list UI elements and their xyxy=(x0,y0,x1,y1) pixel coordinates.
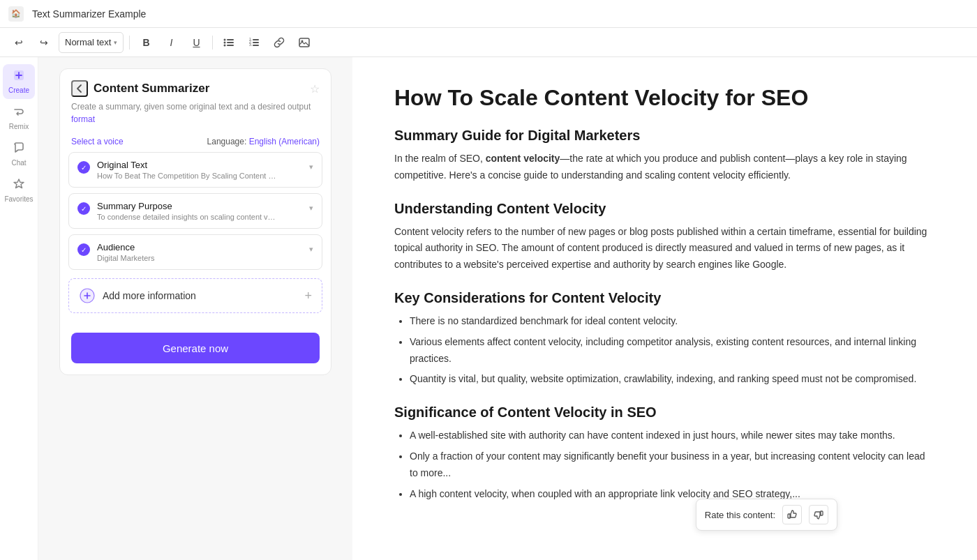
field-summary-purpose[interactable]: ✓ Summary Purpose To condense detailed i… xyxy=(68,193,322,229)
create-label: Create xyxy=(8,86,29,94)
rate-label: Rate this content: xyxy=(705,510,775,520)
sidebar-item-remix[interactable]: Remix xyxy=(3,100,35,135)
svg-rect-9 xyxy=(253,42,259,43)
thumbs-up-button[interactable] xyxy=(782,505,802,524)
numbered-list-button[interactable]: 1.2.3. xyxy=(244,32,264,53)
content-h2-significance: Significance of Content Velocity in SEO xyxy=(394,404,935,421)
panel-area: Content Summarizer ☆ Create a summary, g… xyxy=(38,57,352,560)
content-area: How To Scale Content Velocity for SEO Su… xyxy=(352,57,977,560)
key-bullet-1: There is no standardized benchmark for i… xyxy=(410,313,935,330)
svg-rect-5 xyxy=(227,45,234,46)
rate-tooltip: Rate this content: xyxy=(696,499,837,531)
svg-rect-1 xyxy=(227,39,234,40)
key-bullets: There is no standardized benchmark for i… xyxy=(394,313,935,388)
significance-bullet-1: A well-established site with authority c… xyxy=(410,427,935,444)
select-voice-button[interactable]: Select a voice xyxy=(71,137,124,146)
top-bar: 🏠 Text Summarizer Example xyxy=(0,0,977,28)
svg-rect-7 xyxy=(253,39,259,40)
content-h2-summary: Summary Guide for Digital Marketers xyxy=(394,128,935,144)
toolbar: ↩ ↪ Normal text ▾ B I U 1.2.3. xyxy=(0,28,977,57)
content-h2-understanding: Understanding Content Velocity xyxy=(394,201,935,217)
app-title: Text Summarizer Example xyxy=(32,8,146,20)
key-bullet-3: Quantity is vital, but quality, website … xyxy=(410,371,935,388)
svg-rect-12 xyxy=(299,38,309,47)
significance-bullets: A well-established site with authority c… xyxy=(394,427,935,502)
content-intro: In the realm of SEO, content velocity—th… xyxy=(394,151,935,184)
remix-label: Remix xyxy=(9,123,29,130)
italic-button[interactable]: I xyxy=(161,32,181,53)
summarizer-card: Content Summarizer ☆ Create a summary, g… xyxy=(59,68,331,375)
favorites-icon xyxy=(13,178,25,193)
format-link[interactable]: format xyxy=(71,114,95,124)
favorites-label: Favorites xyxy=(4,195,33,203)
generate-button[interactable]: Generate now xyxy=(71,333,320,363)
chevron-original-icon: ▾ xyxy=(309,162,313,172)
thumbs-down-button[interactable] xyxy=(809,505,828,524)
svg-point-0 xyxy=(224,38,226,40)
toolbar-divider-2 xyxy=(212,36,213,50)
chevron-purpose-icon: ▾ xyxy=(309,204,313,213)
create-icon xyxy=(13,69,25,84)
intro-bold: content velocity xyxy=(486,153,560,164)
field-original-text[interactable]: ✓ Original Text How To Beat The Competit… xyxy=(68,152,322,188)
remix-icon xyxy=(13,105,25,121)
content-h1: How To Scale Content Velocity for SEO xyxy=(394,85,935,111)
card-header: Content Summarizer ☆ Create a summary, g… xyxy=(60,69,331,131)
field-label-original: Original Text xyxy=(97,160,302,170)
field-check-original: ✓ xyxy=(77,161,90,174)
content-p-understanding: Content velocity refers to the number of… xyxy=(394,224,935,273)
significance-bullet-3: A high content velocity, when coupled wi… xyxy=(410,486,935,503)
sidebar-item-chat[interactable]: Chat xyxy=(3,137,35,172)
add-more-label: Add more information xyxy=(103,290,297,301)
svg-point-2 xyxy=(224,41,226,43)
field-check-audience: ✓ xyxy=(77,243,90,256)
voice-lang-row: Select a voice Language: English (Americ… xyxy=(60,131,331,152)
bullet-list-button[interactable] xyxy=(218,32,239,53)
svg-rect-3 xyxy=(227,42,234,43)
chevron-down-icon: ▾ xyxy=(114,39,117,46)
svg-point-4 xyxy=(224,44,226,46)
sidebar-nav: Create Remix Chat Favorites xyxy=(0,57,38,560)
language-link[interactable]: English (American) xyxy=(249,137,320,146)
add-more-icon xyxy=(79,287,96,304)
back-button[interactable] xyxy=(71,80,88,97)
chat-label: Chat xyxy=(11,159,26,167)
field-check-purpose: ✓ xyxy=(77,202,90,215)
field-list: ✓ Original Text How To Beat The Competit… xyxy=(60,152,331,270)
sidebar-item-create[interactable]: Create xyxy=(3,64,35,99)
format-dropdown[interactable]: Normal text ▾ xyxy=(59,32,124,53)
sidebar-item-favorites[interactable]: Favorites xyxy=(3,173,35,208)
add-more-plus-icon: + xyxy=(304,289,312,303)
svg-text:3.: 3. xyxy=(249,43,252,47)
field-value-original: How To Beat The Competition By Scaling C… xyxy=(97,172,278,180)
chevron-audience-icon: ▾ xyxy=(309,245,313,254)
field-label-purpose: Summary Purpose xyxy=(97,201,302,211)
key-bullet-2: Various elements affect content velocity… xyxy=(410,334,935,368)
link-button[interactable] xyxy=(269,32,290,53)
toolbar-divider-1 xyxy=(129,36,130,50)
card-subtitle: Create a summary, given some original te… xyxy=(71,100,320,126)
language-display: Language: English (American) xyxy=(207,137,320,146)
add-more-button[interactable]: Add more information + xyxy=(68,278,322,313)
svg-rect-11 xyxy=(253,45,259,46)
chat-icon xyxy=(13,142,25,157)
significance-bullet-2: Only a fraction of your content may sign… xyxy=(410,448,935,482)
app-logo: 🏠 xyxy=(8,6,24,22)
underline-button[interactable]: U xyxy=(186,32,207,53)
field-value-purpose: To condense detailed insights on scaling… xyxy=(97,213,278,221)
bold-button[interactable]: B xyxy=(135,32,156,53)
redo-button[interactable]: ↪ xyxy=(33,32,54,53)
favorite-star-icon[interactable]: ☆ xyxy=(310,82,320,96)
intro-text: In the realm of SEO, xyxy=(394,153,486,164)
generate-btn-area: Generate now xyxy=(60,321,331,374)
undo-button[interactable]: ↩ xyxy=(8,32,29,53)
field-audience[interactable]: ✓ Audience Digital Marketers ▾ xyxy=(68,234,322,270)
field-value-audience: Digital Marketers xyxy=(97,254,278,262)
card-title: Content Summarizer xyxy=(94,82,304,96)
content-h2-key: Key Considerations for Content Velocity xyxy=(394,290,935,306)
image-button[interactable] xyxy=(294,32,315,53)
main-layout: Create Remix Chat Favorites xyxy=(0,57,977,560)
field-label-audience: Audience xyxy=(97,242,302,252)
